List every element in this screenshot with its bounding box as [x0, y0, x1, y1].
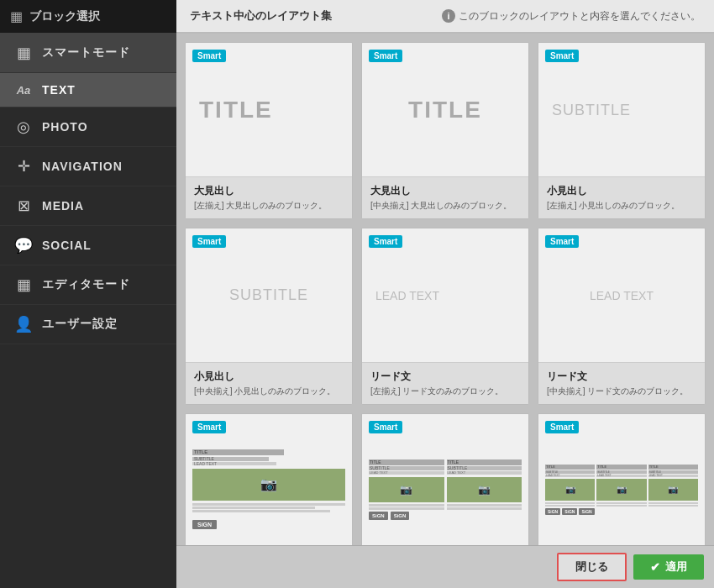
- sidebar-header-title: ブロック選択: [29, 9, 100, 24]
- card-1-desc: [左揃え] 大見出しのみのブロック。: [194, 200, 344, 212]
- sidebar-item-media-label: MEDIA: [42, 199, 84, 213]
- card-title-center[interactable]: Smart TITLE 大見出し [中央揃え] 大見出しのみのブロック。: [361, 42, 529, 219]
- app-container: ▦ ブロック選択 ▦ スマートモード Aa TEXT ◎ PHOTO ✛ NAV…: [0, 0, 714, 588]
- sidebar-item-social[interactable]: 💬 SOCIAL: [0, 226, 176, 265]
- media-icon: ⊠: [13, 197, 34, 215]
- smart-badge-6: Smart: [545, 235, 579, 248]
- smart-badge-7: Smart: [192, 421, 226, 433]
- card-4-desc: [中央揃え] 小見出しのみのブロック。: [194, 386, 344, 397]
- text-icon: Aa: [13, 84, 34, 97]
- card-2-title: 大見出し: [370, 184, 520, 198]
- card-lead-left[interactable]: Smart LEAD TEXT リード文 [左揃え] リード文のみのブロック。: [361, 228, 529, 405]
- card-1-info: 大見出し [左揃え] 大見出しのみのブロック。: [186, 177, 352, 218]
- card-5-preview: Smart LEAD TEXT: [362, 228, 528, 363]
- preview-title-1: TITLE: [199, 97, 273, 123]
- card-article-1col[interactable]: Smart TITLE SUBTITLE LEAD TEXT 📷 SiGN: [185, 413, 353, 545]
- card-2-info: 大見出し [中央揃え] 大見出しのみのブロック。: [362, 177, 528, 218]
- main-header-info-text: このブロックのレイアウトと内容を選んでください。: [459, 9, 701, 24]
- smart-badge-3: Smart: [545, 50, 579, 62]
- sidebar-header: ▦ ブロック選択: [0, 0, 176, 34]
- card-1-preview: Smart TITLE: [186, 43, 352, 177]
- editor-mode-icon: ▦: [13, 276, 34, 294]
- card-3-preview: Smart SUBTITLE: [538, 43, 705, 177]
- card-6-preview: Smart LEAD TEXT: [538, 228, 705, 363]
- card-subtitle-center[interactable]: Smart SUBTITLE 小見出し [中央揃え] 小見出しのみのブロック。: [185, 228, 353, 405]
- sidebar: ▦ ブロック選択 ▦ スマートモード Aa TEXT ◎ PHOTO ✛ NAV…: [0, 0, 176, 588]
- sidebar-item-smart-mode[interactable]: ▦ スマートモード: [0, 34, 176, 73]
- apply-label: 適用: [665, 559, 687, 575]
- smart-badge-1: Smart: [192, 50, 226, 62]
- card-4-preview: Smart SUBTITLE: [186, 228, 352, 363]
- card-4-title: 小見出し: [194, 370, 344, 384]
- smart-badge-2: Smart: [369, 50, 402, 62]
- card-2-preview: Smart TITLE: [362, 43, 528, 177]
- check-icon: ✔: [650, 560, 660, 574]
- smart-badge-4: Smart: [192, 235, 226, 248]
- preview-lead-6: LEAD TEXT: [590, 289, 654, 302]
- sidebar-item-editor-mode[interactable]: ▦ エディタモード: [0, 265, 176, 305]
- preview-subtitle-3: SUBTITLE: [552, 101, 631, 118]
- card-1-title: 大見出し: [194, 184, 344, 198]
- info-icon: i: [442, 9, 455, 23]
- grid-area[interactable]: Smart TITLE 大見出し [左揃え] 大見出しのみのブロック。 Smar…: [176, 34, 714, 545]
- card-grid: Smart TITLE 大見出し [左揃え] 大見出しのみのブロック。 Smar…: [185, 42, 706, 545]
- preview-lead-5: LEAD TEXT: [375, 289, 439, 302]
- sidebar-item-photo[interactable]: ◎ PHOTO: [0, 108, 176, 147]
- card-3-info: 小見出し [左揃え] 小見出しのみのブロック。: [538, 177, 705, 218]
- footer: 閉じる ✔ 適用: [176, 545, 714, 588]
- sidebar-item-media[interactable]: ⊠ MEDIA: [0, 186, 176, 226]
- card-5-desc: [左揃え] リード文のみのブロック。: [370, 386, 520, 397]
- card-6-info: リード文 [中央揃え] リード文のみのブロック。: [538, 363, 705, 404]
- photo-icon: ◎: [13, 118, 34, 136]
- sidebar-item-text[interactable]: Aa TEXT: [0, 73, 176, 108]
- sidebar-item-user-settings[interactable]: 👤 ユーザー設定: [0, 305, 176, 344]
- card-8-preview: Smart TITLE TITLE SUBTITLE SUBTITLE: [362, 414, 528, 545]
- navigation-icon: ✛: [13, 157, 34, 176]
- main-area: テキスト中心のレイアウト集 i このブロックのレイアウトと内容を選んでください。…: [176, 0, 714, 588]
- card-article-3col[interactable]: Smart TITLE TITLE TITLE SUBTITLE SUBTITL…: [538, 413, 706, 545]
- social-icon: 💬: [13, 236, 34, 255]
- card-2-desc: [中央揃え] 大見出しのみのブロック。: [370, 200, 520, 212]
- sidebar-item-text-label: TEXT: [42, 83, 76, 97]
- card-6-title: リード文: [547, 370, 696, 384]
- card-title-left[interactable]: Smart TITLE 大見出し [左揃え] 大見出しのみのブロック。: [185, 42, 353, 219]
- sidebar-item-editor-mode-label: エディタモード: [42, 277, 130, 292]
- card-5-info: リード文 [左揃え] リード文のみのブロック。: [362, 363, 528, 404]
- preview-subtitle-4: SUBTITLE: [229, 286, 308, 304]
- sidebar-item-social-label: SOCIAL: [42, 239, 92, 252]
- card-7-preview: Smart TITLE SUBTITLE LEAD TEXT 📷 SiGN: [186, 414, 352, 545]
- sidebar-item-navigation-label: NAVIGATION: [42, 160, 123, 173]
- smart-badge-5: Smart: [369, 235, 402, 248]
- card-subtitle-left[interactable]: Smart SUBTITLE 小見出し [左揃え] 小見出しのみのブロック。: [538, 42, 706, 219]
- main-header-info: i このブロックのレイアウトと内容を選んでください。: [442, 9, 701, 24]
- card-3-title: 小見出し: [547, 184, 696, 198]
- card-article-2col[interactable]: Smart TITLE TITLE SUBTITLE SUBTITLE: [361, 413, 529, 545]
- main-header: テキスト中心のレイアウト集 i このブロックのレイアウトと内容を選んでください。: [176, 0, 714, 34]
- preview-title-2: TITLE: [408, 97, 482, 123]
- card-3-desc: [左揃え] 小見出しのみのブロック。: [547, 200, 696, 212]
- sidebar-item-smart-mode-label: スマートモード: [42, 45, 130, 60]
- smart-badge-9: Smart: [545, 421, 579, 433]
- smart-mode-icon: ▦: [13, 44, 34, 62]
- sidebar-item-navigation[interactable]: ✛ NAVIGATION: [0, 147, 176, 186]
- sidebar-item-photo-label: PHOTO: [42, 120, 88, 134]
- main-header-title: テキスト中心のレイアウト集: [190, 8, 332, 24]
- apply-button[interactable]: ✔ 適用: [633, 554, 704, 580]
- smart-badge-8: Smart: [369, 421, 402, 433]
- card-6-desc: [中央揃え] リード文のみのブロック。: [547, 386, 696, 397]
- sidebar-header-icon: ▦: [10, 8, 23, 24]
- user-settings-icon: 👤: [13, 315, 34, 333]
- card-9-preview: Smart TITLE TITLE TITLE SUBTITLE SUBTITL…: [538, 414, 705, 545]
- card-5-title: リード文: [370, 370, 520, 384]
- card-4-info: 小見出し [中央揃え] 小見出しのみのブロック。: [186, 363, 352, 404]
- close-button[interactable]: 閉じる: [557, 553, 627, 581]
- card-lead-center[interactable]: Smart LEAD TEXT リード文 [中央揃え] リード文のみのブロック。: [538, 228, 706, 405]
- sidebar-item-user-settings-label: ユーザー設定: [42, 317, 118, 332]
